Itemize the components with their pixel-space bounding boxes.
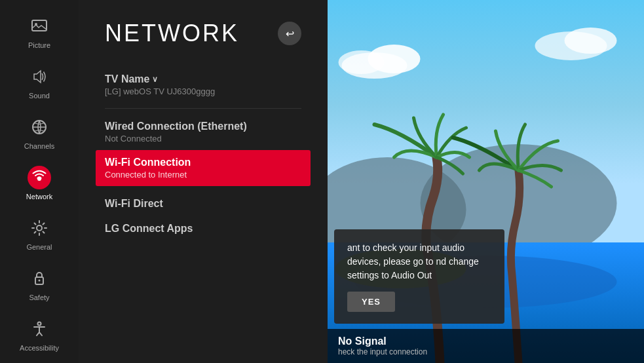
accessibility-icon — [28, 317, 51, 341]
accessibility-label: Accessibility — [20, 344, 59, 352]
menu-item-wired[interactable]: Wired Connection (Ethernet) Not Connecte… — [105, 114, 301, 150]
menu-item-tv-name[interactable]: TV Name ∨ [LG] webOS TV UJ6300gggg — [105, 67, 301, 103]
chevron-down-icon: ∨ — [152, 75, 158, 84]
tv-name-title: TV Name ∨ — [105, 73, 301, 85]
no-signal-bar: No Signal heck the input connection — [328, 329, 644, 363]
safety-label: Safety — [29, 294, 49, 301]
tv-frame: Picture Sound — [0, 0, 644, 363]
wifi-direct-title: Wi-Fi Direct — [105, 198, 301, 210]
picture-icon — [28, 14, 51, 38]
svg-rect-0 — [32, 20, 47, 31]
dialog-text: ant to check your input audio devices, p… — [347, 241, 491, 282]
no-signal-subtitle: heck the input connection — [338, 347, 634, 356]
sound-icon — [28, 65, 51, 88]
page-title: NETWORK — [105, 20, 239, 47]
picture-label: Picture — [28, 41, 50, 49]
svg-point-19 — [565, 28, 617, 54]
audio-dialog: ant to check your input audio devices, p… — [334, 229, 504, 324]
sidebar-item-accessibility[interactable]: Accessibility — [0, 309, 79, 360]
sidebar-item-safety[interactable]: Safety — [0, 259, 79, 309]
channels-icon — [28, 115, 51, 139]
sidebar: Picture Sound — [0, 0, 79, 363]
tv-name-subtitle: [LG] webOS TV UJ6300gggg — [105, 86, 301, 96]
svg-point-5 — [37, 225, 42, 231]
network-icon — [28, 166, 51, 189]
divider-1 — [105, 108, 301, 109]
no-signal-title: No Signal — [338, 335, 634, 347]
sidebar-item-general[interactable]: General — [0, 208, 79, 259]
general-label: General — [26, 243, 52, 251]
right-panel: ant to check your input audio devices, p… — [328, 0, 644, 363]
network-settings-panel: NETWORK ↩ TV Name ∨ [LG] webOS TV UJ6300… — [79, 0, 328, 363]
menu-item-wifi-direct[interactable]: Wi-Fi Direct — [105, 191, 301, 216]
svg-point-17 — [339, 50, 385, 74]
channels-label: Channels — [24, 142, 54, 150]
safety-icon — [28, 267, 51, 290]
general-icon — [28, 216, 51, 240]
menu-item-lg-connect[interactable]: LG Connect Apps — [105, 216, 301, 241]
wifi-title: Wi-Fi Connection — [105, 157, 301, 168]
sidebar-item-sound[interactable]: Sound — [0, 57, 79, 107]
svg-point-7 — [39, 280, 41, 282]
sidebar-item-channels[interactable]: Channels — [0, 107, 79, 158]
sidebar-item-network[interactable]: Network — [0, 158, 79, 208]
wired-subtitle: Not Connected — [105, 134, 301, 143]
back-button[interactable]: ↩ — [278, 22, 301, 45]
lg-connect-title: LG Connect Apps — [105, 223, 301, 235]
svg-point-8 — [38, 322, 41, 326]
dialog-yes-button[interactable]: YES — [347, 292, 395, 312]
sound-label: Sound — [29, 92, 50, 100]
wired-title: Wired Connection (Ethernet) — [105, 121, 301, 132]
tv-background: ant to check your input audio devices, p… — [328, 0, 644, 363]
page-header: NETWORK ↩ — [105, 20, 301, 47]
sidebar-item-picture[interactable]: Picture — [0, 7, 79, 57]
menu-item-wifi[interactable]: Wi-Fi Connection Connected to Internet — [96, 150, 311, 186]
network-label: Network — [26, 193, 52, 201]
wifi-subtitle: Connected to Internet — [105, 170, 301, 180]
